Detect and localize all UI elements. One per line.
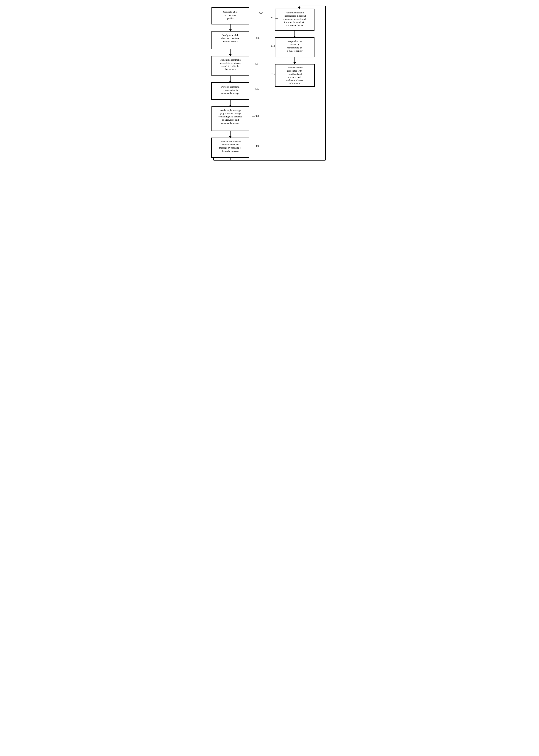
text-507a: Perform command xyxy=(221,85,240,88)
text-509bd: the reply message xyxy=(222,150,239,152)
text-505b: message to an address xyxy=(219,61,241,64)
text-515e: with new address xyxy=(286,79,303,82)
label-511: 511 — xyxy=(271,17,278,20)
label-513: 513 — xyxy=(271,44,278,47)
text-500c: profile xyxy=(227,17,234,20)
text-503b: device to interface xyxy=(221,37,239,40)
text-513b: results by xyxy=(290,43,299,46)
text-500b: service user xyxy=(225,14,236,16)
text-505c: associated with the xyxy=(221,65,240,67)
text-509bb: another command xyxy=(222,143,239,146)
label-515: 515 — xyxy=(271,73,278,76)
text-513d: e-mail to sender xyxy=(287,49,302,52)
top-entry-right-arrow xyxy=(298,7,301,9)
diagram-container: —500 Generate a bot service user profile… xyxy=(206,6,333,196)
arrow-511-513-head xyxy=(293,35,296,37)
label-509: —509 xyxy=(252,115,259,118)
text-511a: Perform command xyxy=(285,11,304,14)
text-511e: the mobile device xyxy=(286,24,303,27)
text-509c: containing data obtained xyxy=(218,115,242,118)
text-500: Generate a bot xyxy=(223,10,237,13)
text-515f: information xyxy=(289,82,300,85)
arrow-503-505-head xyxy=(229,54,232,56)
text-507c: command message xyxy=(221,92,240,95)
text-515b: associated with xyxy=(287,69,302,72)
text-511c: command message and xyxy=(283,18,306,20)
text-505a: Transmit a command xyxy=(220,58,241,61)
text-511b: encapsulated in second xyxy=(283,14,306,17)
text-505d: bot service xyxy=(225,68,236,71)
text-515d: resend e-mail xyxy=(288,76,301,79)
label-503: —503 xyxy=(254,36,260,39)
text-509b: (e.g. a header listing) xyxy=(220,112,241,115)
arrow-500-503-head xyxy=(229,30,232,31)
flowchart-svg: —500 Generate a bot service user profile… xyxy=(206,6,333,196)
text-509ba: Generate and transmit xyxy=(220,140,241,143)
text-513a: Respond to the xyxy=(287,40,302,43)
label-509b: —509 xyxy=(252,145,259,147)
text-503c: with bot service xyxy=(222,40,238,43)
text-509bc: message by replying to xyxy=(219,146,242,149)
text-511d: transmit the results to xyxy=(284,21,305,24)
text-509a: Send a reply message xyxy=(220,109,241,112)
text-515c: e-mail and and xyxy=(287,73,302,75)
label-505: —505 xyxy=(253,63,259,65)
text-507b: encapsulated in xyxy=(223,89,238,91)
text-509e: command message xyxy=(221,121,240,124)
label-500: —500 xyxy=(256,12,263,15)
arrow-507-509-head xyxy=(229,105,232,106)
text-509d: as a result of said xyxy=(222,118,239,121)
text-515a: Remove address xyxy=(287,66,303,69)
text-503a: Configure mobile xyxy=(222,34,239,36)
label-507: —507 xyxy=(253,88,259,91)
text-513c: transmitting an xyxy=(287,46,302,49)
